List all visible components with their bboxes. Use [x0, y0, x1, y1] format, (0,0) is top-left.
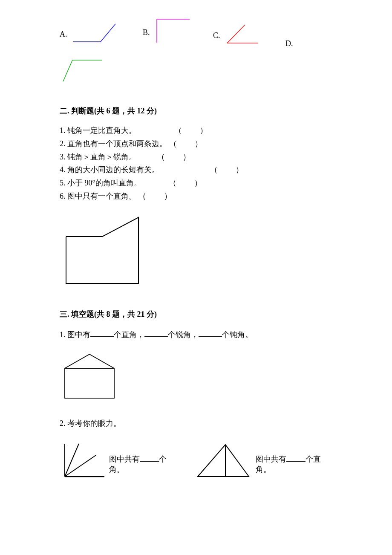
option-a-figure: [71, 20, 118, 48]
blank: [90, 328, 114, 337]
s2-q3-text: 3. 钝角＞直角＞锐角。: [60, 153, 136, 161]
option-a-label: A.: [60, 30, 67, 39]
s2-q6-figure: [60, 211, 332, 290]
option-c-label: C.: [213, 31, 220, 40]
s3-q1: 1. 图中有个直角，个锐角，个钝角。: [60, 328, 332, 341]
s3-q2-text: 2. 考考你的眼力。: [60, 419, 121, 428]
s3-q1-d: 个钝角。: [222, 330, 253, 338]
s2-q6: 6. 图中只有一个直角。 （ ）: [60, 190, 332, 202]
s3-q2: 2. 考考你的眼力。: [60, 417, 332, 430]
s3-q1-a: 1. 图中有: [60, 330, 90, 338]
s2-q3: 3. 钝角＞直角＞锐角。 （ ）: [60, 151, 332, 163]
blank: [140, 452, 159, 462]
svg-line-1: [101, 24, 115, 42]
svg-line-5: [227, 25, 245, 43]
s2-q6-paren: （ ）: [138, 192, 173, 200]
section3-header: 三. 填空题(共 8 题，共 21 分): [60, 309, 332, 319]
option-b-label: B.: [143, 28, 150, 37]
svg-marker-13: [198, 445, 249, 477]
options-row: A. B. C.: [60, 17, 332, 87]
s2-q3-paren: （ ）: [157, 153, 191, 161]
s2-q5-text: 5. 小于 90°的角叫直角。: [60, 179, 141, 187]
s2-q1: 1. 钝角一定比直角大。 （ ）: [60, 124, 332, 137]
s3-q1-figure: [60, 349, 332, 405]
s3-q2-figure-b: [191, 440, 253, 483]
s2-q4-paren: （ ）: [210, 165, 244, 174]
blank: [144, 328, 168, 337]
svg-rect-8: [65, 368, 114, 398]
s3-q2a-caption: 图中共有个角。: [109, 452, 179, 474]
s3-q1-c: 个锐角，: [168, 330, 199, 338]
option-d-figure: [60, 57, 107, 87]
s2-q6-text: 6. 图中只有一个直角。: [60, 192, 136, 200]
s3-q2b-caption: 图中共有个直角。: [256, 452, 332, 474]
option-d-label: D.: [285, 39, 293, 48]
s2-q2-text: 2. 直角也有一个顶点和两条边。: [60, 139, 167, 148]
s2-q5-paren: （ ）: [169, 179, 203, 187]
s2-q1-paren: （ ）: [174, 126, 208, 135]
s2-q5: 5. 小于 90°的角叫直角。 （ ）: [60, 177, 332, 189]
blank: [199, 328, 222, 337]
s3-q2b-a: 图中共有: [256, 455, 286, 463]
blank: [286, 452, 306, 462]
s3-q2-figures-row: 图中共有个角。 图中共有个直角。: [60, 440, 332, 483]
svg-line-7: [63, 60, 72, 81]
s3-q1-b: 个直角，: [114, 330, 144, 338]
s3-q2a-a: 图中共有: [109, 455, 140, 463]
s2-q4-text: 4. 角的大小同边的长短有关。: [60, 165, 159, 174]
s2-q1-text: 1. 钝角一定比直角大。: [60, 126, 136, 135]
s3-q2-figure-a: [60, 440, 107, 483]
option-c-figure: [224, 23, 262, 48]
s2-q2-paren: （ ）: [169, 139, 203, 148]
s2-q2: 2. 直角也有一个顶点和两条边。 （ ）: [60, 138, 332, 150]
s2-q4: 4. 角的大小同边的长短有关。 （ ）: [60, 164, 332, 176]
option-b-figure: [153, 17, 192, 48]
section2-header: 二. 判断题(共 6 题，共 12 分): [60, 106, 332, 116]
